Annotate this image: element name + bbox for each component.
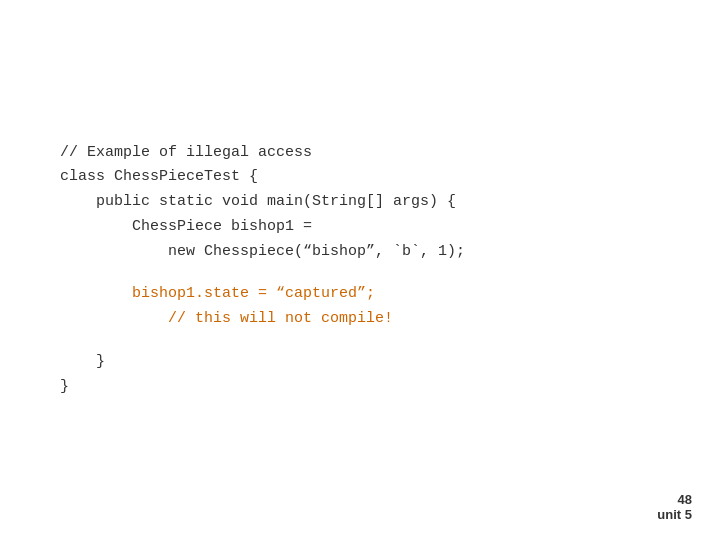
unit-label: unit 5 — [657, 507, 692, 522]
slide: // Example of illegal access class Chess… — [0, 0, 720, 540]
code-line-2: class ChessPieceTest { — [60, 165, 660, 190]
code-line-1: // Example of illegal access — [60, 141, 660, 166]
page-number: 48 — [657, 492, 692, 507]
code-line-8: } — [60, 350, 660, 375]
code-block: // Example of illegal access class Chess… — [60, 141, 660, 400]
code-line-5: new Chesspiece(“bishop”, `b`, 1); — [60, 240, 660, 265]
spacer-2 — [60, 332, 660, 350]
code-line-9: } — [60, 375, 660, 400]
code-line-3: public static void main(String[] args) { — [60, 190, 660, 215]
code-line-6: bishop1.state = “captured”; — [60, 282, 660, 307]
slide-footer: 48 unit 5 — [657, 492, 692, 522]
spacer-1 — [60, 264, 660, 282]
code-line-4: ChessPiece bishop1 = — [60, 215, 660, 240]
code-line-7: // this will not compile! — [60, 307, 660, 332]
